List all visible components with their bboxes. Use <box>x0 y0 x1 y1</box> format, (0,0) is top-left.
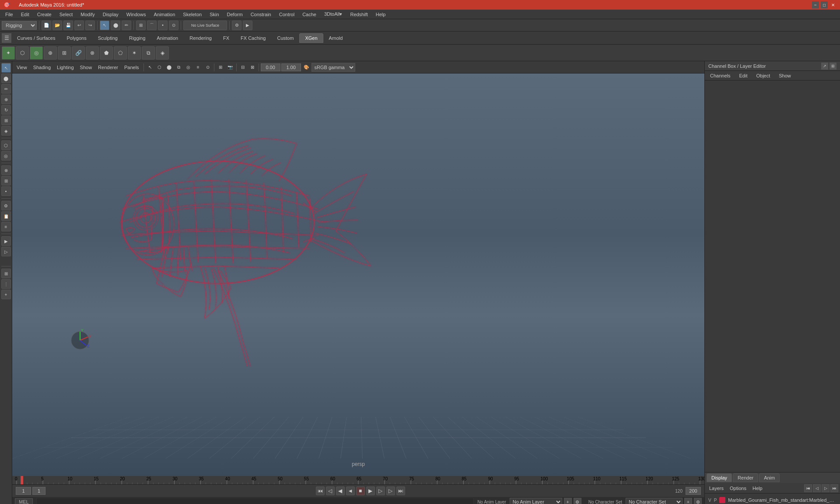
shelf-icon-10[interactable]: ✶ <box>128 46 141 60</box>
menu-skeleton[interactable]: Skeleton <box>179 11 205 18</box>
shelf-icon-11[interactable]: ⧉ <box>142 46 155 60</box>
le-options-menu[interactable]: Options <box>727 485 749 492</box>
shelf-icon-2[interactable]: ⬡ <box>16 46 29 60</box>
menu-select[interactable]: Select <box>56 11 77 18</box>
vp-wireframe[interactable]: ⬡ <box>155 63 164 72</box>
close-button[interactable]: ✕ <box>830 1 836 8</box>
shelf-icon-7[interactable]: ⊗ <box>86 46 99 60</box>
play-fwd-btn[interactable]: ▶ <box>366 486 375 495</box>
mode-selector[interactable]: Rigging Modeling Animation FX Rendering <box>2 21 37 30</box>
shelf-icon-1[interactable]: ✦ <box>2 46 15 60</box>
shelf-tab-sculpting[interactable]: Sculpting <box>92 33 123 43</box>
range-end-input[interactable]: 200 <box>686 487 701 495</box>
open-btn[interactable]: 📂 <box>52 21 62 30</box>
snap-to-point[interactable]: • <box>1 186 11 196</box>
menu-create[interactable]: Create <box>34 11 55 18</box>
vp-value-a[interactable]: 0.00 <box>261 63 280 71</box>
shelf-icon-4[interactable]: ⊕ <box>44 46 57 60</box>
shelf-tab-curves[interactable]: Curves / Surfaces <box>11 33 61 43</box>
shelf-tab-rigging[interactable]: Rigging <box>123 33 151 43</box>
vp-gamma-select[interactable]: sRGB gamma Linear Log <box>312 63 355 72</box>
anim-layer-settings[interactable]: ⚙ <box>574 498 581 504</box>
paint-tool[interactable]: ✏ <box>1 84 11 94</box>
vp-menu-shading[interactable]: Shading <box>31 64 53 71</box>
universal-manip[interactable]: ◈ <box>1 126 11 136</box>
shelf-tab-rendering[interactable]: Rendering <box>184 33 217 43</box>
maximize-button[interactable]: □ <box>821 1 828 8</box>
vp-menu-lighting[interactable]: Lighting <box>54 64 77 71</box>
stop-btn[interactable]: ■ <box>356 486 365 495</box>
menu-modify[interactable]: Modify <box>77 11 98 18</box>
le-nav-start[interactable]: ⏮ <box>804 484 812 492</box>
cb-float-btn[interactable]: ⊞ <box>830 63 836 70</box>
le-help-menu[interactable]: Help <box>750 485 765 492</box>
menu-edit[interactable]: Edit <box>18 11 33 18</box>
history[interactable]: 📋 <box>1 211 11 221</box>
vp-value-b[interactable]: 1.00 <box>281 63 301 71</box>
le-nav-fwd[interactable]: ▷ <box>822 484 830 492</box>
show-manip[interactable]: ⊗ <box>1 165 11 175</box>
vp-menu-view[interactable]: View <box>14 64 30 71</box>
minimize-button[interactable]: − <box>812 1 819 8</box>
move-tool[interactable]: ⊕ <box>1 94 11 104</box>
menu-constrain[interactable]: Constrain <box>247 11 275 18</box>
shelf-tab-fxcaching[interactable]: FX Caching <box>235 33 271 43</box>
menu-windows[interactable]: Windows <box>123 11 150 18</box>
render-view[interactable]: ▶ <box>1 236 11 246</box>
quick-layout[interactable]: ⊞ <box>1 269 11 278</box>
snap-grid-btn[interactable]: ⊞ <box>136 21 146 30</box>
vp-gamma-icon[interactable]: 🎨 <box>302 63 311 72</box>
vp-xray[interactable]: ⊙ <box>203 63 212 72</box>
start-frame-input[interactable]: 1 <box>32 487 46 495</box>
char-set-select[interactable]: No Character Set <box>626 498 682 504</box>
paint-btn[interactable]: ✏ <box>122 21 131 30</box>
snap-view-btn[interactable]: ⊙ <box>169 21 178 30</box>
menu-help[interactable]: Help <box>372 11 389 18</box>
menu-redshift[interactable]: Redshift <box>346 11 371 18</box>
new-scene-btn[interactable]: 📄 <box>42 21 51 30</box>
rotate-tool[interactable]: ↻ <box>1 105 11 115</box>
more-tools[interactable]: ⋮ <box>1 279 11 289</box>
menu-animation[interactable]: Animation <box>150 11 178 18</box>
vp-fog[interactable]: ≡ <box>194 63 203 72</box>
render-settings-btn[interactable]: ⚙ <box>232 21 242 30</box>
menu-file[interactable]: File <box>2 11 17 18</box>
attribute-editor[interactable]: ≡ <box>1 222 11 231</box>
shelf-icon-6[interactable]: 🔗 <box>72 46 85 60</box>
vp-menu-renderer[interactable]: Renderer <box>95 64 121 71</box>
lasso-btn[interactable]: ⬤ <box>111 21 120 30</box>
shelf-tab-polygons[interactable]: Polygons <box>61 33 92 43</box>
shelf-icon-3[interactable]: ◎ <box>30 46 43 60</box>
next-frame-btn[interactable]: ▷ <box>386 486 395 495</box>
le-tab-anim[interactable]: Anim <box>759 473 780 482</box>
tool-settings[interactable]: ⚙ <box>1 201 11 210</box>
scale-tool[interactable]: ⊞ <box>1 116 11 125</box>
snap-point-btn[interactable]: • <box>158 21 168 30</box>
redo-btn[interactable]: ↪ <box>85 21 95 30</box>
le-layers-menu[interactable]: Layers <box>707 485 726 492</box>
menu-deform[interactable]: Deform <box>224 11 246 18</box>
vp-menu-show[interactable]: Show <box>77 64 95 71</box>
go-start-btn[interactable]: ⏮ <box>316 486 325 495</box>
select-tool-btn[interactable]: ↖ <box>100 21 109 30</box>
shelf-menu-btn[interactable]: ☰ <box>2 33 11 43</box>
snap-curve-btn[interactable]: ⌒ <box>147 21 157 30</box>
no-live-surface-btn[interactable]: No Live Surface <box>183 21 227 30</box>
shelf-icon-5[interactable]: ⊞ <box>58 46 71 60</box>
cb-tab-object[interactable]: Object <box>752 72 774 79</box>
menu-control[interactable]: Control <box>276 11 298 18</box>
cb-tab-edit[interactable]: Edit <box>735 72 751 79</box>
shelf-icon-9[interactable]: ⬠ <box>114 46 127 60</box>
anim-layer-select[interactable]: No Anim Layer <box>510 498 562 504</box>
expand-btn[interactable]: + <box>1 290 11 299</box>
step-fwd-btn[interactable]: ▷ <box>376 486 385 495</box>
save-btn[interactable]: 💾 <box>63 21 73 30</box>
le-nav-back[interactable]: ◁ <box>813 484 821 492</box>
cb-tab-show[interactable]: Show <box>775 72 794 79</box>
cb-tab-channels[interactable]: Channels <box>707 72 734 79</box>
play-back-btn[interactable]: ◄ <box>346 486 355 495</box>
le-tab-display[interactable]: Display <box>707 473 732 482</box>
layer-row-0[interactable]: V P Marbled_Gourami_Fish_mb_standart:Mar… <box>707 495 838 504</box>
shelf-icon-12[interactable]: ◈ <box>156 46 169 60</box>
undo-btn[interactable]: ↩ <box>74 21 84 30</box>
